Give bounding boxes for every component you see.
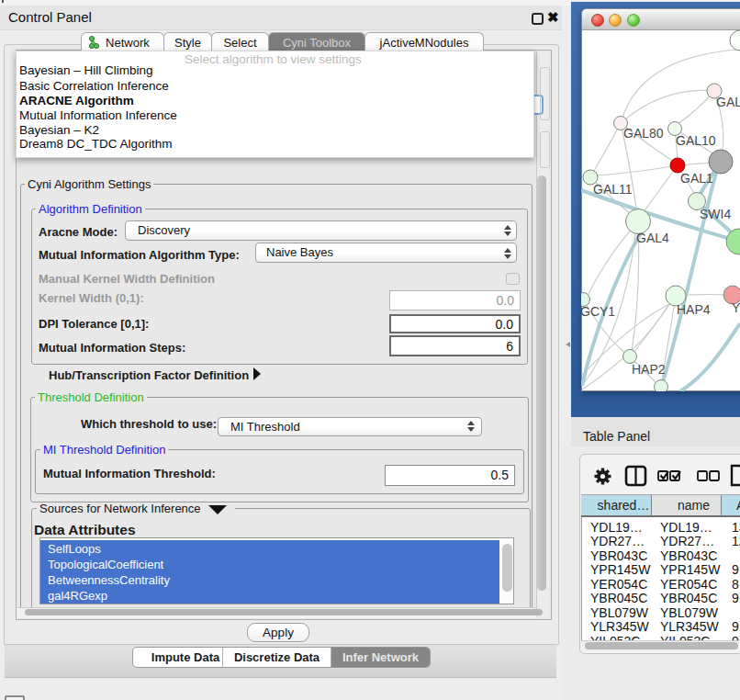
svg-text:GAL10: GAL10 bbox=[676, 133, 716, 148]
svg-text:HAP2: HAP2 bbox=[632, 362, 666, 377]
svg-text:GAL11: GAL11 bbox=[593, 182, 633, 197]
svg-text:GAL4: GAL4 bbox=[636, 231, 669, 245]
svg-text:YM: YM bbox=[732, 300, 740, 315]
svg-text:GAL7: GAL7 bbox=[716, 95, 740, 109]
svg-text:GAL1: GAL1 bbox=[680, 171, 713, 186]
svg-text:HAP4: HAP4 bbox=[677, 302, 711, 317]
svg-text:GAL80: GAL80 bbox=[623, 126, 664, 141]
svg-text:SWI4: SWI4 bbox=[700, 207, 731, 221]
svg-text:GCY1: GCY1 bbox=[581, 304, 615, 319]
